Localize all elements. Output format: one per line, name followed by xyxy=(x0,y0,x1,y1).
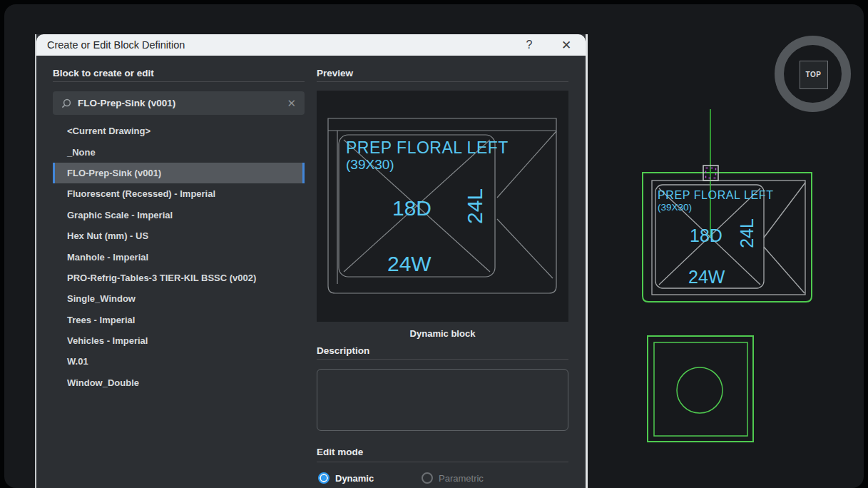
block-title-text: PREP FLORAL LEFT xyxy=(658,189,774,201)
list-item[interactable]: W.01 xyxy=(53,351,305,372)
preview-header: Preview xyxy=(317,68,353,78)
preview-drawing: PREP FLORAL LEFT (39X30) 18D 24L 24W xyxy=(317,91,568,322)
square-circle-block-drawing[interactable] xyxy=(639,325,757,447)
clear-search-icon[interactable]: ✕ xyxy=(287,97,296,110)
dynamic-block-caption: Dynamic block xyxy=(317,328,568,339)
depth-dim-text: 18D xyxy=(690,225,723,245)
search-value: FLO-Prep-Sink (v001) xyxy=(78,98,287,108)
list-item[interactable]: <Current Drawing> xyxy=(53,121,305,141)
list-item[interactable]: PRO-Refrig-Tables-3 TIER-KIL BSSC (v002) xyxy=(53,268,305,288)
preview-block-size-text: (39X30) xyxy=(346,157,394,172)
preview-width-dim-text: 24W xyxy=(387,252,432,275)
block-size-text: (39X30) xyxy=(658,202,692,213)
length-dim-text: 24L xyxy=(737,218,757,248)
edit-mode-option-dynamic[interactable]: Dynamic xyxy=(318,472,374,484)
app-canvas: TOP PREP FLORAL LEFT (39X30) 18D 24L 24W xyxy=(4,4,864,488)
create-edit-block-dialog: Create or Edit Block Definition ? ✕ Bloc… xyxy=(35,34,588,488)
close-icon[interactable]: ✕ xyxy=(554,34,578,56)
help-icon[interactable]: ? xyxy=(517,34,541,56)
sink-block-drawing[interactable]: PREP FLORAL LEFT (39X30) 18D 24L 24W xyxy=(635,104,821,311)
list-item[interactable]: Window_Double xyxy=(53,372,305,393)
search-icon xyxy=(61,98,71,108)
list-item[interactable]: Manhole - Imperial xyxy=(53,246,305,267)
list-item[interactable]: Hex Nut (mm) - US xyxy=(53,225,305,246)
list-item[interactable]: Trees - Imperial xyxy=(53,310,305,330)
preview-depth-dim-text: 18D xyxy=(392,196,432,220)
list-item[interactable]: Vehicles - Imperial xyxy=(53,330,305,351)
description-field[interactable] xyxy=(317,369,568,431)
block-search-input[interactable]: FLO-Prep-Sink (v001) ✕ xyxy=(53,91,305,115)
edit-mode-option-parametric[interactable]: Parametric xyxy=(422,472,484,484)
list-item[interactable]: _None xyxy=(53,141,305,162)
radio-unselected-icon[interactable] xyxy=(422,472,433,484)
circle-feature xyxy=(677,367,723,413)
divider xyxy=(317,81,568,82)
divider xyxy=(317,462,568,462)
description-header: Description xyxy=(317,345,369,356)
edit-mode-header: Edit mode xyxy=(317,447,363,457)
viewcube-top-face[interactable]: TOP xyxy=(800,61,828,89)
preview-length-dim-text: 24L xyxy=(463,188,486,224)
divider xyxy=(53,81,305,82)
preview-block-title-text: PREP FLORAL LEFT xyxy=(346,138,509,157)
width-dim-text: 24W xyxy=(688,267,725,287)
dialog-title: Create or Edit Block Definition xyxy=(47,39,185,51)
block-list: <Current Drawing> _None FLO-Prep-Sink (v… xyxy=(53,121,305,393)
radio-selected-icon[interactable] xyxy=(318,472,330,484)
list-item[interactable]: Fluorescent (Recessed) - Imperial xyxy=(53,183,305,204)
list-item[interactable]: Single_Window xyxy=(53,288,305,309)
viewcube-label: TOP xyxy=(806,71,822,78)
radio-label: Parametric xyxy=(439,473,484,484)
viewcube-ring[interactable]: TOP xyxy=(775,36,851,112)
divider xyxy=(317,359,568,360)
list-item[interactable]: Graphic Scale - Imperial xyxy=(53,205,305,225)
list-item-selected[interactable]: FLO-Prep-Sink (v001) xyxy=(53,163,305,183)
radio-label: Dynamic xyxy=(335,473,374,484)
block-preview: PREP FLORAL LEFT (39X30) 18D 24L 24W xyxy=(317,91,568,322)
block-list-header: Block to create or edit xyxy=(53,68,154,78)
dialog-titlebar[interactable]: Create or Edit Block Definition ? ✕ xyxy=(36,34,586,56)
